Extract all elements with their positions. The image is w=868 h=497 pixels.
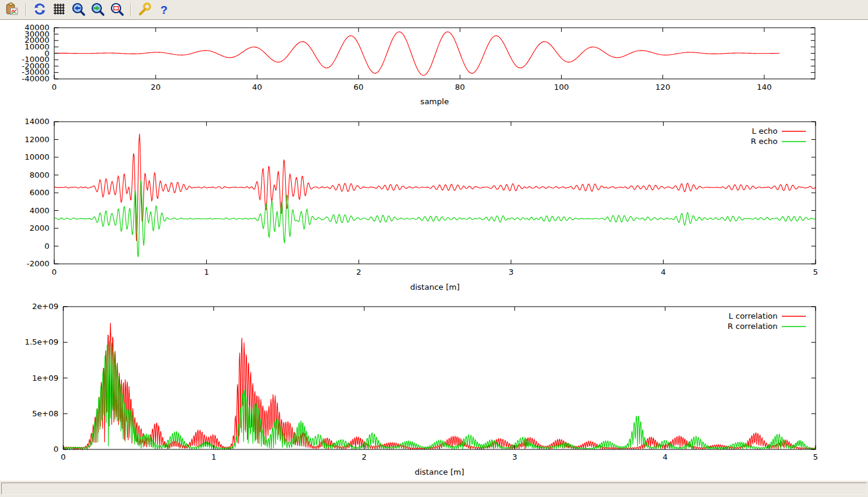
status-bar	[0, 480, 868, 497]
plot-frame	[54, 122, 816, 264]
legend-label: R correlation	[728, 322, 778, 331]
chart-correlation: 01234505e+081e+091.5e+092e+09distance [m…	[25, 302, 818, 477]
x-tick-label: 2	[356, 267, 361, 277]
plot-frame	[63, 307, 816, 449]
configure-button[interactable]	[136, 1, 153, 18]
series-l-echo	[54, 134, 816, 241]
toolbar: ?	[0, 0, 868, 20]
x-axis-label: sample	[420, 97, 448, 106]
zoom-previous-button[interactable]	[70, 1, 87, 18]
x-tick-label: 4	[661, 267, 665, 277]
x-tick-label: 1	[204, 267, 209, 277]
series-r-echo	[54, 181, 816, 257]
series-r-correlation	[63, 341, 816, 449]
copy-to-clipboard-button[interactable]	[4, 1, 20, 18]
x-tick-label: 0	[52, 267, 57, 277]
help-icon: ?	[160, 4, 168, 16]
x-tick-label: 5	[813, 452, 818, 461]
y-tick-label: 1.5e+09	[25, 337, 58, 346]
x-tick-label: 60	[354, 83, 364, 92]
y-tick-label: 14000	[25, 117, 49, 126]
gnuplot-window: ? 020406080100120140-40000-30000-20000-1…	[0, 0, 868, 497]
plots-svg[interactable]: 020406080100120140-40000-30000-20000-100…	[0, 20, 868, 480]
y-tick-label: 2000	[30, 223, 49, 233]
x-tick-label: 5	[813, 267, 818, 277]
legend-label: L echo	[752, 127, 778, 136]
x-axis-label: distance [m]	[415, 467, 464, 477]
status-field	[1, 483, 867, 495]
configure-wrench-icon	[137, 2, 152, 18]
x-tick-label: 120	[655, 83, 670, 92]
x-tick-label: 2	[362, 452, 366, 461]
autoscale-icon	[110, 2, 124, 18]
y-tick-label: 0	[54, 445, 58, 454]
y-tick-label: 2e+09	[32, 302, 58, 311]
toggle-grid-button[interactable]	[51, 1, 68, 18]
replot-button[interactable]	[31, 1, 48, 18]
series-signal	[54, 32, 779, 75]
plot-canvas[interactable]: 020406080100120140-40000-30000-20000-100…	[0, 20, 868, 480]
x-tick-label: 40	[252, 83, 262, 92]
y-tick-label: 1e+09	[32, 374, 58, 383]
y-tick-label: 8000	[30, 170, 49, 180]
y-tick-label: 4000	[30, 206, 49, 215]
legend-label: L correlation	[729, 311, 778, 320]
y-tick-label: 6000	[30, 188, 49, 197]
x-tick-label: 80	[455, 83, 465, 92]
x-tick-label: 3	[512, 452, 517, 461]
zoom-previous-icon	[71, 2, 86, 18]
x-tick-label: 3	[509, 267, 514, 277]
y-tick-label: 40000	[25, 23, 49, 32]
series-l-correlation	[63, 323, 816, 449]
chart-signal: 020406080100120140-40000-30000-20000-100…	[22, 23, 815, 106]
chart-echo: 012345-200002000400060008000100001200014…	[25, 117, 819, 292]
grid-icon	[52, 2, 66, 18]
x-tick-label: 1	[211, 452, 216, 461]
y-tick-label: 0	[45, 242, 49, 251]
x-tick-label: 0	[61, 452, 66, 461]
help-button[interactable]: ?	[156, 1, 172, 18]
x-tick-label: 4	[662, 452, 667, 461]
x-axis-label: distance [m]	[410, 283, 459, 292]
y-tick-label: 5e+08	[32, 409, 58, 418]
refresh-icon	[33, 2, 47, 18]
zoom-next-button[interactable]	[89, 1, 106, 18]
x-tick-label: 20	[151, 83, 161, 92]
toolbar-separator	[130, 3, 131, 16]
x-tick-label: 100	[554, 83, 569, 92]
legend-label: R echo	[750, 137, 778, 146]
zoom-next-icon	[90, 2, 105, 18]
y-tick-label: 12000	[25, 135, 49, 144]
x-tick-label: 0	[52, 83, 57, 92]
x-tick-label: 140	[756, 83, 772, 92]
toolbar-separator	[25, 3, 27, 16]
y-tick-label: -2000	[27, 259, 49, 268]
y-tick-label: 10000	[25, 152, 49, 161]
copy-plot-icon	[5, 2, 19, 18]
autoscale-button[interactable]	[108, 1, 125, 18]
